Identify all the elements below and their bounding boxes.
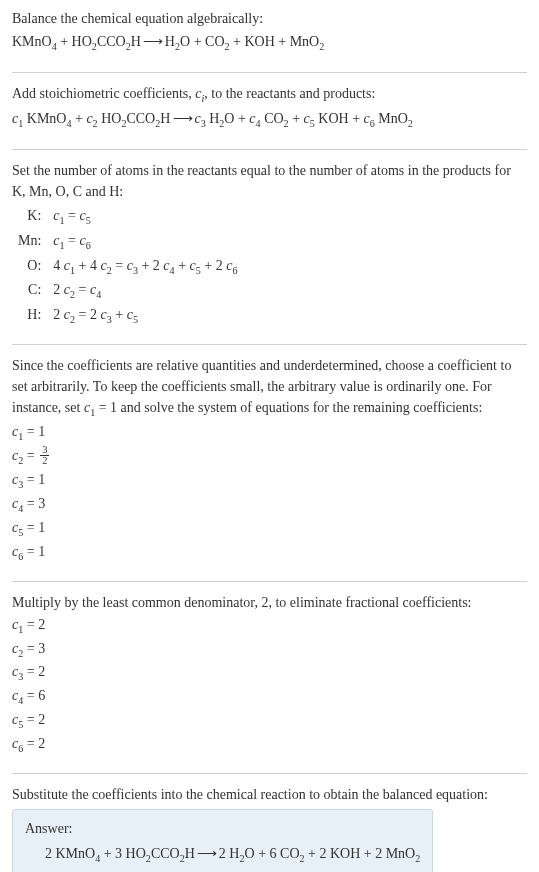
section-multiply-lcd: Multiply by the least common denominator… <box>12 592 527 767</box>
divider <box>12 149 527 150</box>
intro-text: Add stoichiometric coefficients, ci, to … <box>12 83 527 106</box>
coefficient-list: c1 = 2 c2 = 3 c3 = 2 c4 = 6 c5 = 2 c6 = … <box>12 614 527 756</box>
list-item: c1 = 2 <box>12 614 527 637</box>
section-final-answer: Substitute the coefficients into the che… <box>12 784 527 872</box>
intro-text: Since the coefficients are relative quan… <box>12 355 527 420</box>
section-atom-equations: Set the number of atoms in the reactants… <box>12 160 527 339</box>
coeff-equation: c1 KMnO4 + c2 HO2CCO2H ⟶ c3 H2O + c4 CO2… <box>12 108 527 131</box>
list-item: c6 = 1 <box>12 541 527 564</box>
divider <box>12 344 527 345</box>
intro-text: Balance the chemical equation algebraica… <box>12 8 527 29</box>
table-row: Mn: c1 = c6 <box>12 229 243 254</box>
list-item: c2 = 32 <box>12 445 527 468</box>
list-item: c5 = 2 <box>12 709 527 732</box>
list-item: c6 = 2 <box>12 733 527 756</box>
atom-balance-table: K: c1 = c5 Mn: c1 = c6 O: 4 c1 + 4 c2 = … <box>12 204 243 329</box>
section-solve-c1: Since the coefficients are relative quan… <box>12 355 527 574</box>
list-item: c1 = 1 <box>12 421 527 444</box>
section-balance-intro: Balance the chemical equation algebraica… <box>12 8 527 66</box>
table-row: C: 2 c2 = c4 <box>12 278 243 303</box>
balanced-equation: 2 KMnO4 + 3 HO2CCO2H ⟶ 2 H2O + 6 CO2 + 2… <box>25 843 420 866</box>
divider <box>12 773 527 774</box>
list-item: c4 = 6 <box>12 685 527 708</box>
unbalanced-equation: KMnO4 + HO2CCO2H ⟶ H2O + CO2 + KOH + MnO… <box>12 31 527 54</box>
divider <box>12 581 527 582</box>
fraction: 32 <box>40 445 49 467</box>
answer-label: Answer: <box>25 818 420 839</box>
table-row: H: 2 c2 = 2 c3 + c5 <box>12 303 243 328</box>
list-item: c4 = 3 <box>12 493 527 516</box>
list-item: c3 = 2 <box>12 661 527 684</box>
intro-text: Set the number of atoms in the reactants… <box>12 160 527 202</box>
intro-text: Multiply by the least common denominator… <box>12 592 527 613</box>
coefficient-list: c1 = 1 c2 = 32 c3 = 1 c4 = 3 c5 = 1 c6 =… <box>12 421 527 563</box>
list-item: c3 = 1 <box>12 469 527 492</box>
list-item: c2 = 3 <box>12 638 527 661</box>
answer-box: Answer: 2 KMnO4 + 3 HO2CCO2H ⟶ 2 H2O + 6… <box>12 809 433 872</box>
divider <box>12 72 527 73</box>
table-row: K: c1 = c5 <box>12 204 243 229</box>
list-item: c5 = 1 <box>12 517 527 540</box>
table-row: O: 4 c1 + 4 c2 = c3 + 2 c4 + c5 + 2 c6 <box>12 254 243 279</box>
intro-text: Substitute the coefficients into the che… <box>12 784 527 805</box>
section-stoich-coeff: Add stoichiometric coefficients, ci, to … <box>12 83 527 143</box>
